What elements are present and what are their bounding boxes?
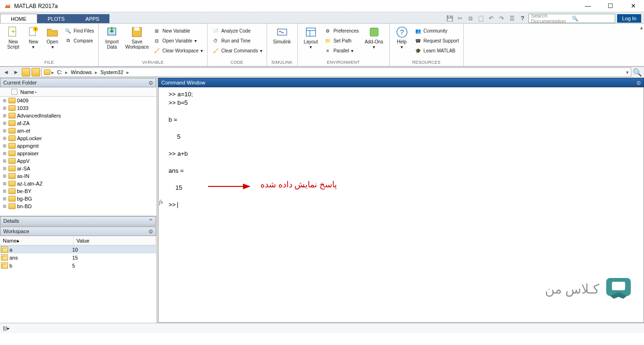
folder-item[interactable]: ⊞af-ZA	[0, 119, 156, 127]
command-window-header[interactable]: Command Window ⊙	[158, 78, 644, 87]
fx-icon[interactable]: fx	[159, 199, 163, 206]
expand-icon[interactable]: ⊞	[2, 181, 7, 186]
workspace-rows[interactable]: a10ans15b5	[0, 245, 156, 323]
nav-folder-icon[interactable]	[32, 68, 40, 76]
folder-item[interactable]: ⊞be-BY	[0, 187, 156, 195]
close-button[interactable]: ✕	[626, 2, 640, 9]
folder-item[interactable]: ⊞AppLocker	[0, 135, 156, 142]
tab-apps[interactable]: APPS	[75, 14, 109, 23]
folder-item[interactable]: ⊞ar-SA	[0, 165, 156, 172]
toggle-icon[interactable]: ☰	[508, 14, 516, 23]
search-documentation[interactable]: Search Documentation 🔍	[528, 14, 615, 23]
expand-icon[interactable]: ⊞	[2, 174, 7, 178]
folder-item[interactable]: ⊞1033	[0, 104, 156, 112]
folder-item[interactable]: ⊞bg-BG	[0, 195, 156, 202]
expand-icon[interactable]: ⊞	[2, 136, 7, 141]
folder-item[interactable]: ⊞AppV	[0, 157, 156, 165]
expand-icon[interactable]: ⊞	[2, 196, 7, 201]
command-window-body[interactable]: >> a=10; >> b=5 b = 5 >> a+b ans = 15 >>…	[158, 87, 644, 323]
clear-workspace-button[interactable]: 🧹Clear Workspace ▾	[151, 46, 204, 55]
workspace-value-column[interactable]: Value	[74, 236, 156, 245]
folder-item[interactable]: ⊞bn-BD	[0, 202, 156, 210]
new-script-button[interactable]: + New Script	[3, 26, 24, 50]
expand-icon[interactable]: ⊞	[2, 143, 7, 148]
folder-item[interactable]: ⊞appraiser	[0, 150, 156, 157]
cut-icon[interactable]: ✂	[456, 14, 464, 23]
open-variable-button[interactable]: ⊟Open Variable ▾	[151, 36, 204, 45]
nav-forward-icon[interactable]: ►	[12, 68, 20, 76]
folder-item[interactable]: ⊞AdvancedInstallers	[0, 112, 156, 119]
request-support-button[interactable]: ☎Request Support	[413, 36, 460, 45]
workspace-row[interactable]: a10	[0, 245, 156, 253]
expand-icon[interactable]: ⊞	[2, 166, 7, 171]
folder-item[interactable]: ⊞am-et	[0, 127, 156, 135]
save-workspace-button[interactable]: Save Workspace	[124, 26, 150, 50]
parallel-button[interactable]: ≡Parallel ▾	[323, 46, 360, 55]
workspace-row[interactable]: b5	[0, 261, 156, 269]
save-icon[interactable]: 💾	[445, 14, 454, 23]
folder-name-column[interactable]: Name▴	[0, 87, 156, 97]
expand-icon[interactable]: ⊞	[2, 204, 7, 209]
crumb-system32[interactable]: System32	[99, 69, 125, 75]
help-button[interactable]: ? Help▾	[393, 26, 411, 50]
addons-button[interactable]: Add-Ons▾	[362, 26, 386, 50]
community-button[interactable]: 👥Community	[413, 26, 460, 35]
expand-icon[interactable]: ⊞	[2, 113, 7, 118]
tab-home[interactable]: HOME	[0, 14, 37, 23]
find-files-button[interactable]: 🔍Find Files	[63, 26, 95, 35]
crumb-windows[interactable]: Windows	[69, 69, 94, 75]
minimize-button[interactable]: —	[581, 2, 595, 9]
set-path-button[interactable]: 📁Set Path	[323, 36, 360, 45]
maximize-button[interactable]: ☐	[603, 2, 618, 9]
expand-icon[interactable]: ⊞	[2, 189, 7, 194]
clear-commands-button[interactable]: 🧹Clear Commands ▾	[210, 46, 264, 55]
open-button[interactable]: Open▾	[43, 26, 61, 50]
workspace-header[interactable]: Workspace ⊙	[0, 227, 156, 236]
path-search-icon[interactable]: 🔍	[633, 67, 642, 77]
nav-back-icon[interactable]: ◄	[2, 68, 10, 76]
new-button[interactable]: + New▾	[25, 26, 42, 50]
expand-icon[interactable]: ⊞	[2, 128, 7, 133]
import-data-button[interactable]: Import Data	[101, 26, 122, 50]
panel-menu-icon[interactable]: ⊙	[149, 228, 153, 235]
layout-button[interactable]: Layout▾	[301, 26, 321, 50]
folder-item[interactable]: ⊞appmgmt	[0, 142, 156, 150]
compare-button[interactable]: ⧉Compare	[63, 36, 95, 45]
nav-up-icon[interactable]	[22, 68, 30, 76]
breadcrumb-dropdown-icon[interactable]: ▾	[626, 69, 629, 76]
preferences-button[interactable]: ⚙Preferences	[323, 26, 360, 35]
ribbon: HOME PLOTS APPS 💾 ✂ ⧉ 📋 ↶ ↷ ☰ ? Search D…	[0, 12, 644, 67]
folder-item[interactable]: ⊞az-Latn-AZ	[0, 180, 156, 187]
analyze-code-button[interactable]: 📄Analyze Code	[210, 26, 264, 35]
panel-menu-icon[interactable]: ⊙	[149, 80, 153, 86]
details-header[interactable]: Details ⌃	[0, 216, 156, 226]
expand-icon[interactable]: ⊞	[2, 106, 7, 110]
panel-menu-icon[interactable]: ⊙	[636, 80, 641, 86]
expand-icon[interactable]: ⊞	[2, 121, 7, 126]
ribbon-collapse-icon[interactable]: ▴	[640, 25, 643, 31]
file-list[interactable]: ⊞0409⊞1033⊞AdvancedInstallers⊞af-ZA⊞am-e…	[0, 97, 156, 216]
learn-matlab-button[interactable]: 🎓Learn MATLAB	[413, 46, 460, 55]
tab-plots[interactable]: PLOTS	[37, 14, 75, 23]
workspace-row[interactable]: ans15	[0, 253, 156, 261]
paste-icon[interactable]: 📋	[477, 14, 485, 23]
expand-icon[interactable]: ⊞	[2, 98, 7, 103]
folder-item[interactable]: ⊞0409	[0, 97, 156, 104]
copy-icon[interactable]: ⧉	[466, 14, 475, 23]
undo-icon[interactable]: ↶	[487, 14, 495, 23]
expand-icon[interactable]: ⊞	[2, 151, 7, 156]
redo-icon[interactable]: ↷	[497, 14, 506, 23]
login-button[interactable]: Log In	[617, 14, 641, 23]
breadcrumb[interactable]: ▸ C: ▸ Windows ▸ System32 ▸ ▾	[42, 67, 631, 77]
folder-item[interactable]: ⊞as-IN	[0, 172, 156, 180]
expand-icon[interactable]: ⊞	[2, 159, 7, 163]
run-and-time-button[interactable]: ⏱Run and Time	[210, 36, 264, 45]
search-icon[interactable]: 🔍	[572, 16, 613, 22]
panel-expand-icon[interactable]: ⌃	[149, 218, 153, 224]
simulink-button[interactable]: Simulink	[270, 26, 294, 44]
help-icon[interactable]: ?	[518, 14, 527, 23]
new-variable-button[interactable]: ⊞New Variable	[151, 26, 204, 35]
workspace-name-column[interactable]: Name ▴	[0, 236, 74, 245]
current-folder-header[interactable]: Current Folder ⊙	[0, 78, 156, 87]
crumb-c[interactable]: C:	[55, 69, 64, 75]
